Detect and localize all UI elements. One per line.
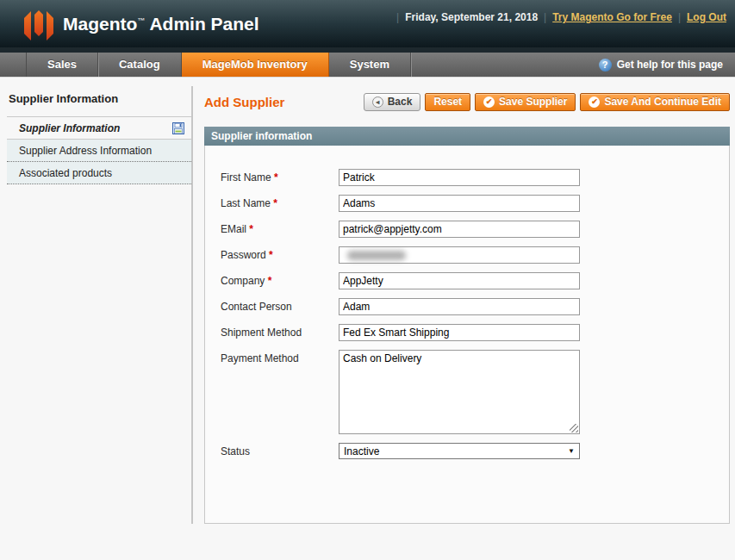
form-row: EMail * (221, 221, 716, 238)
save-and-continue-button[interactable]: ✔ Save And Continue Edit (580, 93, 730, 111)
payment-method-textarea-wrap: Cash on Delivery (339, 350, 580, 434)
content-area: Supplier Information Supplier Informatio… (0, 78, 735, 524)
form-row: First Name * (221, 169, 716, 186)
form-row: Shipment Method (221, 324, 716, 341)
company-input[interactable] (339, 272, 580, 289)
status-select[interactable]: Inactive▼ (339, 443, 580, 459)
nav-item-sales[interactable]: Sales (26, 53, 98, 77)
required-asterisk: * (273, 197, 277, 209)
last-name-input[interactable] (339, 195, 580, 212)
separator: | (396, 11, 399, 23)
get-help-label: Get help for this page (617, 59, 723, 71)
field-label: First Name * (221, 169, 339, 186)
selected-value: Inactive (344, 445, 568, 457)
field-label: Company * (221, 272, 339, 289)
floppy-disk-icon (172, 122, 184, 134)
nav-item-catalog[interactable]: Catalog (98, 53, 182, 77)
field-label: Password * (221, 246, 339, 264)
contact-person-input[interactable] (339, 298, 580, 315)
app-header: Magento™ Admin Panel | Friday, September… (0, 0, 735, 47)
trademark-symbol: ™ (137, 16, 145, 25)
back-arrow-icon: ◂ (372, 96, 383, 108)
help-icon: ? (599, 59, 612, 72)
app-title: Magento™ Admin Panel (63, 14, 259, 34)
resize-handle[interactable] (570, 424, 578, 432)
sidebar-title: Supplier Information (7, 86, 191, 117)
magento-admin-page: Magento™ Admin Panel | Friday, September… (0, 0, 735, 560)
section-header: Supplier information (204, 127, 730, 146)
content-header: Add Supplier ◂ Back Reset ✔ Save Supplie… (204, 91, 730, 112)
form-row: Status Inactive▼ (221, 443, 716, 460)
field-label: Status (221, 443, 339, 460)
nav-items: SalesCatalogMageMob InventorySystem (26, 53, 411, 77)
form-row: Payment Method Cash on Delivery (221, 350, 716, 434)
sidebar-item-label: Supplier Address Information (19, 145, 152, 157)
required-asterisk: * (268, 275, 272, 287)
sidebar: Supplier Information Supplier Informatio… (7, 86, 193, 524)
main-panel: Add Supplier ◂ Back Reset ✔ Save Supplie… (193, 86, 730, 524)
shipment-method-input[interactable] (339, 324, 580, 341)
get-help-link[interactable]: ? Get help for this page (599, 53, 735, 77)
save-supplier-button[interactable]: ✔ Save Supplier (475, 93, 576, 111)
check-circle-icon: ✔ (589, 96, 600, 108)
email-input[interactable] (339, 221, 580, 238)
sidebar-items: Supplier Information Supplier Address In… (7, 117, 191, 184)
main-nav: SalesCatalogMageMob InventorySystem ? Ge… (0, 47, 735, 78)
field-label: Last Name * (221, 195, 339, 212)
first-name-input[interactable] (339, 169, 580, 186)
separator: | (678, 11, 681, 23)
required-asterisk: * (274, 171, 278, 184)
try-magento-go-link[interactable]: Try Magento Go for Free (552, 11, 672, 23)
redacted-password-value (347, 251, 406, 260)
password-input[interactable] (339, 246, 580, 264)
header-meta: | Friday, September 21, 2018 | Try Magen… (396, 11, 726, 23)
check-circle-icon: ✔ (483, 96, 495, 108)
dropdown-arrow-icon: ▼ (568, 447, 575, 455)
current-date: Friday, September 21, 2018 (405, 11, 538, 23)
form-row: Last Name * (221, 195, 716, 212)
reset-button[interactable]: Reset (425, 93, 470, 111)
field-label: Contact Person (221, 298, 339, 315)
field-label: Payment Method (221, 350, 339, 367)
magento-logo-icon[interactable] (24, 8, 53, 40)
form-row: Contact Person (221, 298, 716, 315)
required-asterisk: * (269, 249, 273, 261)
back-button[interactable]: ◂ Back (364, 93, 421, 111)
field-label: Shipment Method (221, 324, 339, 341)
payment-method-textarea[interactable]: Cash on Delivery (339, 350, 580, 434)
page-title: Add Supplier (204, 95, 284, 109)
action-buttons: ◂ Back Reset ✔ Save Supplier ✔ Save And … (364, 93, 730, 111)
separator: | (544, 11, 546, 23)
nav-item-system[interactable]: System (329, 53, 411, 77)
form-row: Company * (221, 272, 716, 289)
log-out-link[interactable]: Log Out (687, 11, 726, 23)
sidebar-item-associated-products[interactable]: Associated products (7, 162, 191, 184)
supplier-form: First Name *Last Name *EMail *Password *… (204, 146, 730, 524)
required-asterisk: * (249, 223, 253, 235)
field-label: EMail * (221, 221, 339, 238)
sidebar-item-label: Associated products (19, 167, 112, 179)
form-row: Password * (221, 246, 716, 264)
sidebar-item-label: Supplier Information (19, 122, 120, 134)
sidebar-item-supplier-address-information[interactable]: Supplier Address Information (7, 140, 191, 162)
sidebar-item-supplier-information[interactable]: Supplier Information (7, 117, 191, 140)
nav-item-magemob-inventory[interactable]: MageMob Inventory (182, 53, 329, 77)
